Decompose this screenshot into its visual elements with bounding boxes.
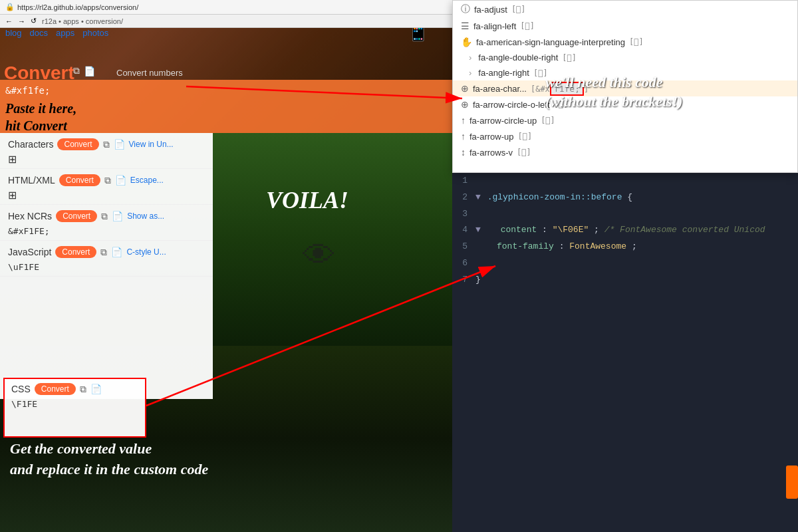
dropdown-item-fa-angle-double-right[interactable]: › fa-angle-double-right [] xyxy=(453,50,797,65)
css-copy-icon[interactable]: ⧉ xyxy=(80,384,86,395)
characters-label: Characters xyxy=(8,139,53,150)
hex-value-display: &#xf1fe; xyxy=(5,85,447,96)
fa-arrow-circle-o-icon: ⊕ xyxy=(461,99,469,110)
javascript-label: JavaScript xyxy=(8,247,51,257)
javascript-extra: C-style U... xyxy=(126,247,166,257)
url-text: https://rl2a.github.io/apps/conversion/ xyxy=(17,3,138,11)
eye-icon: 👁 xyxy=(303,236,336,275)
htmlxml-label: HTML/XML xyxy=(8,175,55,186)
expand-arrow-1: › xyxy=(469,53,471,63)
htmlxml-convert-button[interactable]: Convert xyxy=(59,174,100,186)
javascript-convert-button[interactable]: Convert xyxy=(55,246,96,258)
characters-grid-icon: ⊞ xyxy=(8,153,205,166)
javascript-value: \uF1FE xyxy=(8,261,205,273)
css-row-box: CSS Convert ⧉ 📄 \F1FE xyxy=(3,378,146,438)
tab-label: r12a • apps • conversion/ xyxy=(42,17,123,25)
fa-arrows-v-icon: ↕ xyxy=(461,147,466,158)
nav-links: blog docs apps photos xyxy=(5,28,205,41)
code-line-3: 3 xyxy=(452,206,798,223)
line-num-3: 3 xyxy=(452,207,475,221)
lock-icon: 🔒 xyxy=(5,3,15,11)
javascript-file-icon[interactable]: 📄 xyxy=(111,247,122,257)
hexncrs-value: &#xF1FE; xyxy=(8,225,205,237)
css-file-icon[interactable]: 📄 xyxy=(90,384,102,394)
javascript-copy-icon[interactable]: ⧉ xyxy=(100,247,107,258)
characters-convert-button[interactable]: Convert xyxy=(57,138,98,150)
hexncrs-extra: Show as... xyxy=(127,211,164,221)
line-num-1: 1 xyxy=(452,174,475,188)
nav-blog[interactable]: blog xyxy=(5,28,22,41)
css-label: CSS xyxy=(11,384,31,394)
nav-bar: ← → ↺ r12a • apps • conversion/ xyxy=(0,15,452,28)
htmlxml-copy-icon[interactable]: ⧉ xyxy=(104,175,111,186)
hexncrs-file-icon[interactable]: 📄 xyxy=(112,211,123,221)
hexncrs-convert-button[interactable]: Convert xyxy=(56,210,97,222)
reload-icon[interactable]: ↺ xyxy=(31,17,37,25)
paste-hint: Paste it here, hit Convert xyxy=(5,100,447,133)
characters-row: Characters Convert ⧉ 📄 View in Un... ⊞ xyxy=(0,133,213,169)
characters-file-icon[interactable]: 📄 xyxy=(114,139,125,150)
line-num-6: 6 xyxy=(452,257,475,271)
hero-icons: ⧉ 📄 xyxy=(73,65,95,76)
characters-view-link[interactable]: View in Un... xyxy=(129,140,174,149)
annotation-top-right: we'll need this code (without the bracke… xyxy=(545,73,683,111)
line-num-2: 2 xyxy=(452,191,475,205)
url-bar: 🔒 https://rl2a.github.io/apps/conversion… xyxy=(0,0,452,15)
scroll-handle[interactable] xyxy=(786,466,798,499)
htmlxml-grid-icon: ⊞ xyxy=(8,189,205,201)
left-panel: 🔒 https://rl2a.github.io/apps/conversion… xyxy=(0,0,452,532)
htmlxml-extra: Escape... xyxy=(130,176,164,185)
code-line-7: 7 } xyxy=(452,272,798,289)
hexncrs-copy-icon[interactable]: ⧉ xyxy=(101,211,108,222)
nav-docs[interactable]: docs xyxy=(30,28,48,41)
voila-text: VOILA! xyxy=(266,186,348,214)
expand-arrow-2: › xyxy=(469,68,471,78)
line-num-7: 7 xyxy=(452,273,475,287)
dropdown-item-fa-american[interactable]: ✋ fa-american-sign-language-interpreting… xyxy=(453,34,797,50)
dropdown-item-fa-adjust[interactable]: ⓘ fa-adjust [] xyxy=(453,1,797,18)
dropdown-item-fa-arrow-circle-up[interactable]: ↑ fa-arrow-circle-up [] xyxy=(453,112,797,128)
line-num-5: 5 xyxy=(452,240,475,254)
fa-arrow-circle-up-icon: ↑ xyxy=(461,115,466,126)
file-icon-hero[interactable]: 📄 xyxy=(84,65,95,76)
fa-american-icon: ✋ xyxy=(461,37,472,47)
code-line-4: 4 ▼ content : "\F06E" ; /* FontAwesome c… xyxy=(452,222,798,239)
hexncrs-label: Hex NCRs xyxy=(8,211,52,221)
line-num-4: 4 xyxy=(452,223,475,237)
hexncrs-row: Hex NCRs Convert ⧉ 📄 Show as... &#xF1FE; xyxy=(0,205,213,241)
code-editor-panel: 1 2 ▼ .glyphicon-zoom-in::before { 3 4 ▼… xyxy=(452,173,798,532)
conversion-rows: Characters Convert ⧉ 📄 View in Un... ⊞ H… xyxy=(0,133,213,399)
fa-arrow-up-icon: ↑ xyxy=(461,131,466,142)
css-convert-button[interactable]: Convert xyxy=(35,383,76,395)
fold-arrow-4[interactable]: ▼ xyxy=(475,225,481,235)
htmlxml-row: HTML/XML Convert ⧉ 📄 Escape... ⊞ xyxy=(0,169,213,205)
fa-area-icon: ⊕ xyxy=(461,83,469,94)
code-line-5: 5 font-family : FontAwesome ; xyxy=(452,239,798,255)
javascript-row: JavaScript Convert ⧉ 📄 C-style U... \uF1… xyxy=(0,241,213,277)
dropdown-item-fa-arrows-v[interactable]: ↕ fa-arrows-v [] xyxy=(453,144,797,160)
fold-arrow-2[interactable]: ▼ xyxy=(475,192,481,202)
dropdown-item-fa-arrow-up[interactable]: ↑ fa-arrow-up [] xyxy=(453,128,797,144)
footer-text: Get the converted value and replace it i… xyxy=(10,439,208,480)
fa-align-left-icon: ☰ xyxy=(461,21,469,31)
characters-copy-icon[interactable]: ⧉ xyxy=(103,139,110,150)
dropdown-item-fa-align-left[interactable]: ☰ fa-align-left [] xyxy=(453,18,797,34)
orange-input-area: &#xf1fe; Paste it here, hit Convert xyxy=(0,80,452,133)
nav-apps[interactable]: apps xyxy=(56,28,74,41)
fa-adjust-icon: ⓘ xyxy=(461,3,470,15)
css-value: \F1FE xyxy=(11,398,138,410)
copy-icon-hero[interactable]: ⧉ xyxy=(73,65,80,76)
htmlxml-file-icon[interactable]: 📄 xyxy=(115,175,126,186)
back-icon[interactable]: ← xyxy=(5,17,13,25)
code-line-6: 6 xyxy=(452,255,798,272)
code-line-2: 2 ▼ .glyphicon-zoom-in::before { xyxy=(452,190,798,206)
code-line-1: 1 xyxy=(452,173,798,190)
forward-icon[interactable]: → xyxy=(18,17,25,25)
nav-photos[interactable]: photos xyxy=(82,28,108,41)
hero-subtitle: Convert numbers xyxy=(116,65,183,78)
